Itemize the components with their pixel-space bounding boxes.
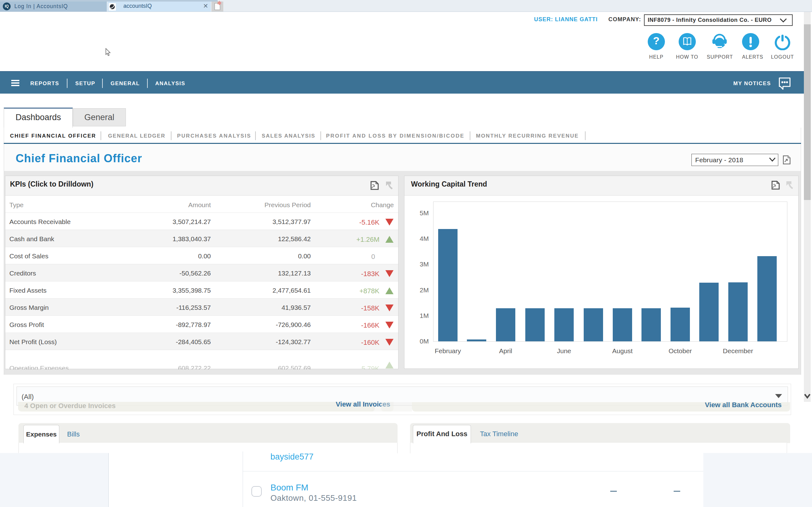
svg-text:?: ?	[653, 35, 660, 47]
